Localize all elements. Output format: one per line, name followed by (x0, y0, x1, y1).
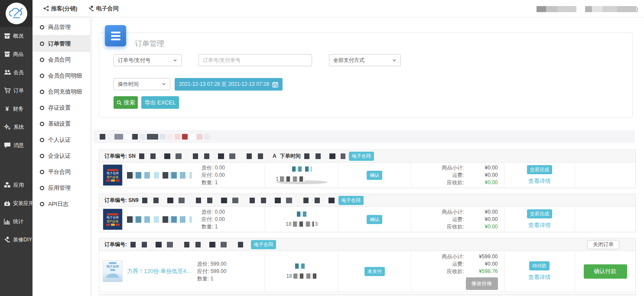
sidebar-item-label: 系统 (13, 124, 24, 131)
share-icon (43, 6, 49, 11)
pay-status-badge: 未支付 (364, 267, 385, 276)
sidebar-item-overview[interactable]: 概况 (0, 27, 33, 45)
search-button-label: 搜索 (124, 99, 135, 107)
submenu-item-api-log[interactable]: API日志 (33, 196, 90, 212)
time-type-select[interactable]: 操作时间 (114, 78, 170, 90)
subtotal-value: ¥0.00 (464, 164, 498, 172)
order-body: 电子合同 签约必备 原价: 0.00 应付: 0.00 数量: 1 18 3 (99, 207, 635, 232)
view-detail-link[interactable]: 查看详情 (528, 273, 551, 281)
submenu-item-goods-management[interactable]: 商品管理 (33, 20, 90, 36)
shipping-value: ¥0.00 (464, 260, 498, 268)
subtotal-label: 商品小计: (434, 253, 464, 260)
circle-icon (40, 122, 44, 126)
search-icon (117, 100, 122, 105)
pay-method-select[interactable]: 全部支付方式 (329, 54, 401, 66)
product-thumbnail[interactable]: 电子合同 签约必备 (103, 208, 123, 230)
order-status-tabs-redacted[interactable] (94, 130, 635, 143)
modify-price-button[interactable]: 修改价格 (466, 277, 498, 290)
sidebar-item-label: 安装应用 (13, 200, 34, 207)
submenu-item-member-contract-detail[interactable]: 会员合同明细 (33, 68, 90, 84)
sidebar-item-decorate-diy[interactable]: 装修DIY (0, 231, 33, 249)
export-excel-button[interactable]: 导出 EXCEL (141, 96, 179, 109)
confirm-badge[interactable]: 确认 (367, 215, 382, 224)
topbar-menu-contract[interactable]: 电子合同 (88, 5, 119, 13)
product-title-link[interactable]: 力荐！120份 单份低至4... (127, 267, 192, 275)
product-thumbnail[interactable]: 电子合同 (103, 260, 123, 282)
phone-prefix: 18 (286, 221, 291, 227)
app-logo[interactable] (0, 0, 33, 27)
order-card: 订单编号: 电子合同 关闭订单 电子合同 力荐！120份 单份低至4... 原价… (99, 238, 636, 292)
action-cell (575, 163, 635, 188)
thumb-text: 电子合同 (107, 216, 119, 219)
submenu-item-enterprise-auth[interactable]: 企业认证 (33, 148, 90, 164)
menu-toggle-button[interactable] (105, 25, 126, 46)
search-button[interactable]: 搜索 (114, 96, 138, 109)
sidebar-item-messages[interactable]: 消息 (0, 136, 33, 154)
orig-price: 原价: 0.00 (202, 208, 247, 216)
search-type-select[interactable]: 订单号/支付号 (114, 54, 182, 66)
submenu-item-personal-auth[interactable]: 个人认证 (33, 132, 90, 148)
topbar-menu-tuike[interactable]: 推客(分销) (43, 5, 78, 13)
page-title: 订单管理 (135, 39, 164, 49)
submenu-item-evidence-settings[interactable]: 存证设置 (33, 100, 90, 116)
circle-icon (40, 186, 44, 190)
sidebar-item-system[interactable]: 系统 (0, 118, 33, 136)
view-detail-link[interactable]: 查看详情 (528, 221, 551, 229)
redacted-tab-block (189, 134, 195, 140)
pay-method-value: 全部支付方式 (333, 57, 392, 64)
sidebar-item-install-apps[interactable]: 安装应用 (0, 194, 33, 212)
receivable-label: 应收款: (434, 179, 464, 186)
redacted-product-title (127, 172, 192, 179)
sidebar-item-stats[interactable]: 统计 (0, 212, 33, 231)
submenu-item-member-contract[interactable]: 会员合同 (33, 52, 90, 68)
order-time-label: 下单时间 (280, 153, 301, 160)
submenu-item-contract-recharge-detail[interactable]: 合同充值明细 (33, 84, 90, 100)
date-range-button[interactable]: 2021-12-13 07:28 至 2021-12-13 07:28 (175, 78, 283, 91)
amounts-cell: 商品小计:¥0.00 运费:¥0.00 应收款:¥0.00 (411, 207, 504, 232)
submenu-item-platform-contract[interactable]: 平台合同 (33, 164, 90, 180)
sidebar-item-goods[interactable]: 商品 (0, 45, 33, 63)
keyword-input[interactable] (203, 57, 308, 63)
submenu-item-order-management[interactable]: 订单管理 (33, 36, 90, 52)
sidebar-item-finance[interactable]: ¥ 财务 (0, 100, 33, 118)
order-body: 电子合同 力荐！120份 单份低至4... 原价: 599.00 应付: 599… (99, 251, 635, 292)
circle-icon (40, 154, 44, 158)
phone-prefix: 1 (276, 176, 279, 182)
redacted-tab-block (114, 134, 123, 140)
gavel-icon (88, 6, 94, 11)
pay-price: 应付: 0.00 (202, 216, 247, 223)
time-type-value: 操作时间 (118, 81, 162, 88)
shipping-value: ¥0.00 (464, 172, 498, 179)
sidebar-item-apps[interactable]: 应用 (0, 176, 33, 194)
redacted-order-no (139, 153, 269, 159)
submenu-item-app-management[interactable]: 应用管理 (33, 180, 90, 196)
confirm-badge[interactable]: 确认 (367, 171, 382, 180)
order-card: 订单编号: SN9 电子合同 电子合同 签约必备 原价: 0.00 应付: 0.… (99, 194, 636, 232)
quantity: 数量: 1 (202, 179, 247, 186)
submenu-item-label: 会员合同明细 (48, 72, 82, 80)
main-content: 订单管理 订单号/支付号 全部支付方式 操作时间 2021-12-13 07:2… (90, 17, 644, 296)
submenu-item-basic-settings[interactable]: 基础设置 (33, 116, 90, 132)
submenu: 商品管理 订单管理 会员合同 会员合同明细 合同充值明细 存证设置 基础设置 个… (33, 17, 90, 296)
confirm-cell: 确认 (338, 207, 411, 232)
topbar-account-area[interactable]: ) (537, 6, 638, 12)
goods-icon (4, 51, 10, 57)
redacted-tab-block (197, 134, 202, 140)
price-block: 原价: 0.00 应付: 0.00 数量: 1 (202, 164, 247, 186)
sidebar-item-orders[interactable]: 订单 (0, 81, 33, 100)
order-no-prefix: 订单编号: SN (104, 153, 136, 160)
sidebar-item-label: 装修DIY (13, 236, 32, 244)
thumb-text: 签约必备 (107, 176, 119, 179)
contract-badge: 电子合同 (251, 240, 276, 249)
pay-price: 应付: 599.00 (197, 268, 243, 275)
buyer-phone: 18 (286, 273, 317, 279)
view-detail-link[interactable]: 查看详情 (528, 177, 551, 185)
redacted-tab-block (160, 134, 166, 140)
circle-icon (40, 138, 44, 142)
submenu-item-label: 基础设置 (48, 120, 71, 128)
logo-circle (6, 3, 27, 24)
close-order-button[interactable]: 关闭订单 (587, 240, 619, 249)
product-thumbnail[interactable]: 电子合同 签约必备 (103, 164, 123, 186)
sidebar-item-members[interactable]: 会员 (0, 63, 33, 81)
confirm-payment-button[interactable]: 确认付款 (584, 264, 627, 279)
